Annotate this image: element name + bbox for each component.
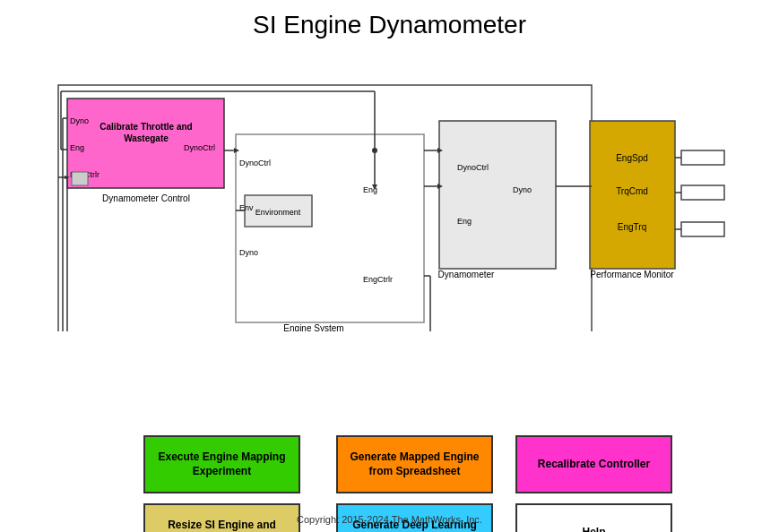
svg-text:Environment: Environment: [255, 208, 301, 217]
svg-text:Performance Monitor: Performance Monitor: [590, 270, 674, 279]
execute-engine-label: Execute Engine MappingExperiment: [158, 450, 285, 478]
svg-text:DynoCtrl: DynoCtrl: [457, 163, 489, 172]
copyright: Copyright 2015-2024 The MathWorks, Inc.: [0, 514, 779, 525]
recalibrate-label: Recalibrate Controller: [538, 458, 650, 472]
svg-point-58: [372, 148, 377, 153]
svg-rect-1: [67, 99, 224, 188]
execute-engine-btn[interactable]: Execute Engine MappingExperiment: [143, 435, 300, 493]
help-label: Help: [582, 526, 605, 532]
svg-marker-38: [234, 148, 239, 153]
svg-text:Calibrate Throttle and: Calibrate Throttle and: [100, 122, 192, 132]
svg-text:Wastegate: Wastegate: [124, 133, 169, 143]
svg-rect-0: [58, 85, 592, 331]
recalibrate-btn[interactable]: Recalibrate Controller: [515, 435, 672, 493]
svg-rect-29: [681, 150, 724, 165]
svg-rect-24: [590, 121, 675, 269]
svg-text:Dynamometer Control: Dynamometer Control: [102, 193, 190, 203]
svg-rect-8: [72, 172, 88, 185]
svg-text:EngCtrlr: EngCtrlr: [363, 275, 393, 284]
svg-text:TrqCmd: TrqCmd: [616, 186, 648, 196]
generate-mapped-label: Generate Mapped Enginefrom Spreadsheet: [350, 450, 479, 478]
svg-rect-10: [236, 134, 424, 322]
page-title: SI Engine Dynamometer: [0, 0, 779, 47]
svg-text:Engine System: Engine System: [283, 323, 343, 331]
svg-text:EngSpd: EngSpd: [616, 153, 648, 163]
diagram-lines: Calibrate Throttle and Wastegate Dyno En…: [18, 54, 762, 331]
svg-marker-43: [372, 184, 377, 190]
svg-rect-19: [439, 121, 556, 269]
svg-text:Eng: Eng: [363, 185, 377, 194]
svg-text:DynoCtrl: DynoCtrl: [184, 143, 215, 152]
generate-mapped-btn[interactable]: Generate Mapped Enginefrom Spreadsheet: [336, 435, 493, 493]
svg-marker-47: [437, 148, 443, 153]
svg-text:Eng: Eng: [70, 143, 84, 152]
svg-rect-12: [245, 195, 312, 227]
svg-marker-45: [437, 184, 443, 189]
svg-text:Dyno: Dyno: [70, 116, 89, 125]
svg-text:DynoCtrl: DynoCtrl: [239, 159, 271, 167]
svg-rect-30: [681, 185, 724, 200]
svg-text:Dyno: Dyno: [239, 248, 258, 257]
svg-text:Eng: Eng: [457, 217, 472, 226]
svg-text:Dynamometer: Dynamometer: [438, 270, 495, 279]
svg-text:Dyno: Dyno: [513, 185, 532, 194]
svg-text:EngTrq: EngTrq: [618, 222, 646, 232]
svg-text:Env: Env: [239, 203, 254, 212]
svg-rect-31: [681, 222, 724, 236]
svg-marker-57: [65, 176, 70, 179]
svg-text:EngCtrlr: EngCtrlr: [70, 170, 100, 179]
